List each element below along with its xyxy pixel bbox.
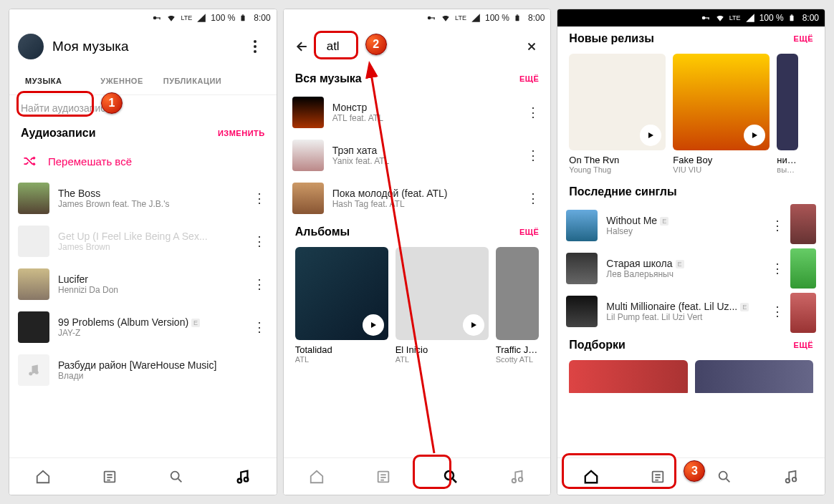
track-art [18, 311, 49, 343]
collection-card[interactable] [569, 360, 687, 393]
track-row[interactable]: Трэп хатаYanix feat. ATL ⋮ [284, 134, 551, 177]
track-title: Разбуди район [WareHouse Music] [58, 359, 268, 371]
track-row[interactable]: The BossJames Brown feat. The J.B.'s ⋮ [9, 177, 277, 220]
side-tile[interactable] [790, 293, 816, 333]
more-link[interactable]: ЕЩЁ [794, 34, 813, 43]
play-icon[interactable] [640, 125, 661, 146]
nav-music[interactable] [775, 461, 807, 493]
svg-line-28 [453, 479, 456, 483]
nav-home[interactable] [301, 461, 332, 493]
battery-icon [788, 13, 798, 23]
track-row[interactable]: Get Up (I Feel Like Being A Sex...James … [9, 220, 277, 263]
back-button[interactable] [289, 34, 315, 59]
track-more-icon[interactable]: ⋮ [251, 276, 268, 292]
battery-icon [239, 13, 249, 23]
track-more-icon[interactable]: ⋮ [524, 190, 542, 206]
section-new-releases: Новые релизы [569, 32, 653, 45]
edit-button[interactable]: ИЗМЕНИТЬ [218, 129, 265, 137]
header: Моя музыка [9, 26, 277, 67]
track-row[interactable]: Without MeEHalsey ⋮ [566, 204, 786, 247]
track-more-icon[interactable]: ⋮ [251, 190, 268, 206]
more-link[interactable]: ЕЩЁ [519, 74, 539, 83]
nav-home[interactable] [575, 461, 607, 493]
track-art [292, 97, 324, 128]
album-card[interactable]: Totalidad ATL [295, 247, 388, 364]
svg-line-42 [727, 478, 730, 482]
shuffle-label: Перемешать всё [48, 155, 132, 168]
clock-label: 8:00 [528, 13, 545, 23]
track-art [292, 140, 324, 171]
search-input[interactable]: Найти аудиозапись [9, 95, 277, 121]
search-field[interactable] [321, 37, 514, 57]
track-artist: James Brown [58, 242, 242, 252]
track-more-icon[interactable]: ⋮ [769, 261, 786, 276]
wifi-icon [715, 13, 725, 23]
track-title: 99 Problems (Album Version)E [58, 316, 242, 328]
nav-feed[interactable] [642, 461, 674, 493]
collections-row[interactable] [557, 357, 825, 393]
track-more-icon[interactable]: ⋮ [251, 319, 268, 335]
clear-button[interactable] [519, 34, 545, 59]
nav-home[interactable] [27, 461, 59, 493]
track-more-icon[interactable]: ⋮ [769, 218, 786, 233]
svg-rect-3 [241, 16, 245, 21]
nav-feed[interactable] [368, 461, 399, 493]
album-card[interactable]: Traffic Ja... Scotty ATL [496, 247, 539, 364]
play-icon[interactable] [363, 314, 384, 336]
more-link[interactable]: ЕЩЁ [519, 228, 539, 236]
track-title: Get Up (I Feel Like Being A Sex... [58, 231, 242, 242]
nav-search[interactable] [160, 461, 192, 493]
tab-posts[interactable]: ПУБЛИКАЦИИ [153, 67, 232, 94]
track-art [566, 253, 598, 284]
nav-music[interactable] [502, 461, 533, 493]
svg-point-16 [238, 478, 242, 483]
svg-point-18 [428, 16, 431, 20]
avatar[interactable] [18, 34, 44, 59]
svg-point-41 [719, 471, 727, 479]
svg-rect-22 [517, 14, 519, 15]
key-icon [701, 13, 711, 23]
release-card[interactable]: Fake Boy VIU VIU [673, 54, 770, 174]
track-row[interactable]: Разбуди район [WareHouse Music]Влади [9, 349, 277, 392]
collection-card[interactable] [695, 360, 813, 393]
screen-discover: LTE 100 % 8:00 Новые релизы ЕЩЁ On The R… [557, 9, 825, 495]
track-row[interactable]: 99 Problems (Album Version)EJAY-Z ⋮ [9, 306, 277, 349]
nav-search[interactable] [435, 461, 466, 493]
track-row[interactable]: LuciferHennizi Da Don ⋮ [9, 263, 277, 306]
nav-search[interactable] [709, 461, 740, 493]
album-card[interactable]: El Inicio ATL [396, 247, 489, 364]
tab-downloaded[interactable]: УЖЕННОЕ [72, 67, 153, 94]
track-title: Трэп хата [332, 145, 517, 156]
play-icon[interactable] [744, 125, 765, 146]
more-menu-button[interactable] [242, 34, 268, 59]
track-more-icon[interactable]: ⋮ [769, 304, 786, 319]
nav-feed[interactable] [94, 461, 125, 493]
albums-row[interactable]: Totalidad ATL El Inicio ATL Traffic Ja..… [284, 244, 551, 369]
section-singles: Последние синглы [569, 185, 676, 198]
side-tile[interactable] [790, 204, 816, 244]
track-artist: Halsey [606, 226, 760, 236]
track-row[interactable]: Multi Millionaire (feat. Lil Uz...ELil P… [566, 290, 786, 333]
track-more-icon[interactable]: ⋮ [524, 105, 542, 120]
tab-music[interactable]: МУЗЫКА [15, 67, 72, 94]
content: Новые релизы ЕЩЁ On The Rvn Young Thug F… [557, 26, 825, 457]
shuffle-icon [22, 154, 37, 168]
nav-music[interactable] [227, 461, 259, 493]
track-row[interactable]: МонстрATL feat. ATL ⋮ [284, 91, 551, 134]
track-more-icon[interactable]: ⋮ [251, 233, 268, 249]
release-card[interactable]: никогда вышел [777, 54, 798, 174]
side-tile[interactable] [790, 248, 816, 289]
track-row[interactable]: Пока молодой (feat. ATL)Hash Tag feat. A… [284, 177, 551, 220]
release-card[interactable]: On The Rvn Young Thug [569, 54, 666, 174]
album-title: El Inicio [396, 344, 489, 355]
play-icon[interactable] [463, 314, 484, 336]
side-tiles[interactable] [790, 204, 816, 333]
more-link[interactable]: ЕЩЁ [794, 341, 813, 349]
releases-row[interactable]: On The Rvn Young Thug Fake Boy VIU VIU н… [557, 51, 825, 180]
track-more-icon[interactable]: ⋮ [524, 147, 542, 163]
track-row[interactable]: Старая школаEЛев Валерьяныч ⋮ [566, 247, 786, 290]
track-art [18, 183, 49, 214]
shuffle-all[interactable]: Перемешать всё [9, 145, 277, 177]
track-art [292, 183, 324, 214]
battery-label: 100 % [211, 13, 235, 23]
